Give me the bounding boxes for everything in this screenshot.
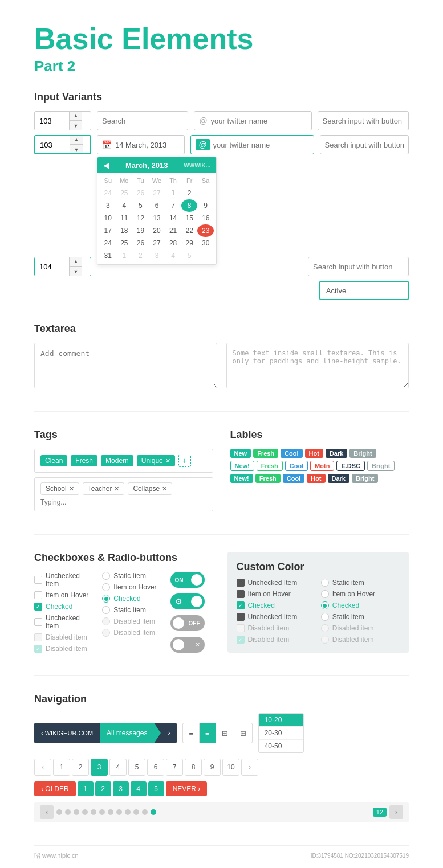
cal-day[interactable]: 17 [100,224,116,237]
page-9[interactable]: 9 [204,759,221,776]
cal-day[interactable] [197,187,214,199]
cal-day[interactable]: 4 [116,199,133,212]
twitter-input[interactable] [211,117,307,125]
spinner-1-input[interactable] [35,111,69,130]
cal-day[interactable]: 24 [100,237,116,249]
cc-checked[interactable]: ✓ [237,601,245,609]
toggle-off[interactable]: OFF [170,615,205,631]
cal-day[interactable]: 18 [116,224,133,237]
cal-day[interactable]: 20 [149,224,165,237]
spinner-1-down[interactable]: ▼ [70,121,82,130]
dot-7[interactable] [108,809,113,815]
spinner-3-down[interactable]: ▼ [70,267,82,276]
cal-day[interactable]: 24 [100,187,116,199]
cal-prev[interactable]: ◀ [103,161,109,170]
spinner-2-down[interactable]: ▼ [70,145,83,154]
active-input[interactable] [319,281,409,300]
cal-day[interactable]: 1 [116,249,133,262]
toggle-off-x[interactable] [170,637,205,653]
cal-day[interactable]: 10 [100,212,116,224]
tag-item[interactable]: Fresh [71,455,97,466]
cc-radio-hover[interactable] [321,590,329,598]
tag-item[interactable]: School ✕ [40,482,79,495]
cc-unchecked-2[interactable] [237,613,245,621]
cal-day[interactable]: 31 [100,249,116,262]
cal-day-selected[interactable]: 23 [197,224,214,237]
num-btn-1[interactable]: 1 [78,781,94,796]
spinner-3[interactable]: ▲ ▼ [34,257,91,276]
date-input[interactable]: 📅 14 March, 2013 [97,135,185,154]
cal-day[interactable]: 21 [165,224,181,237]
search-btn-input-3[interactable] [308,257,409,276]
radio-static[interactable] [102,572,110,580]
page-8[interactable]: 8 [185,759,202,776]
icon-nav-grid[interactable]: ≡ [200,723,216,743]
page-6[interactable]: 6 [147,759,164,776]
cal-day[interactable]: 15 [181,212,198,224]
cc-radio-static[interactable] [321,579,329,587]
cb-hover[interactable] [34,591,42,599]
bc-messages[interactable]: All messages [100,723,154,743]
dot-6[interactable] [99,809,105,815]
cal-day[interactable]: 5 [181,249,198,262]
bc-next[interactable]: › [161,723,177,743]
cal-day[interactable]: 30 [197,237,214,249]
spinner-2-up[interactable]: ▲ [70,135,83,145]
cal-day[interactable]: 26 [132,237,149,249]
cal-day[interactable]: 19 [132,224,149,237]
cal-day[interactable]: 13 [149,212,165,224]
textarea-2[interactable]: Some text inside small textarea. This is… [226,343,409,388]
dot-prev[interactable]: ‹ [40,805,54,819]
dot-11[interactable] [142,809,148,815]
cal-day[interactable]: 6 [149,199,165,212]
textarea-1[interactable] [34,343,217,388]
num-btn-2[interactable]: 2 [95,781,111,796]
cc-unchecked[interactable] [237,579,245,587]
cal-day[interactable]: 28 [165,237,181,249]
page-3-active[interactable]: 3 [91,759,108,776]
num-btn-5[interactable]: 5 [148,781,164,796]
dot-1[interactable] [56,809,62,815]
dot-next[interactable]: › [389,805,403,819]
older-button[interactable]: ‹ OLDER [34,781,76,796]
radio-static-2[interactable] [102,606,110,614]
tag-remove[interactable]: ✕ [69,485,74,493]
tag-item[interactable]: Teacher ✕ [83,482,125,495]
cb-checked[interactable]: ✓ [34,603,42,611]
cal-day[interactable]: 3 [100,199,116,212]
icon-nav-list[interactable]: ≡ [183,723,200,743]
bc-home[interactable]: ‹ WIKIGEUR.COM [34,723,100,743]
dot-12-active[interactable] [151,809,156,815]
toggle-on[interactable]: ON [170,572,205,588]
cal-day[interactable]: 16 [197,212,214,224]
radio-checked[interactable] [102,595,110,603]
page-2[interactable]: 2 [72,759,89,776]
cal-day[interactable]: 12 [132,212,149,224]
cal-day[interactable]: 9 [197,199,214,212]
page-4[interactable]: 4 [109,759,127,776]
cal-day[interactable]: 2 [132,249,149,262]
cal-day[interactable]: 27 [149,187,165,199]
cal-day[interactable]: 22 [181,224,198,237]
cal-day[interactable]: 27 [149,237,165,249]
tag-item[interactable]: Modern [101,455,133,466]
num-btn-3[interactable]: 3 [113,781,129,796]
num-btn-4[interactable]: 4 [131,781,147,796]
cal-day[interactable]: 25 [116,187,133,199]
cc-radio-checked[interactable] [321,601,329,609]
dropdown-item-1[interactable]: 10-20 [259,714,303,727]
cb-unchecked[interactable] [34,576,42,584]
dot-2[interactable] [65,809,71,815]
cc-hover[interactable] [237,590,245,598]
spinner-3-up[interactable]: ▲ [70,257,82,267]
spinner-1[interactable]: ▲ ▼ [34,111,91,130]
search-input[interactable] [97,112,188,130]
spinner-3-input[interactable] [35,257,69,276]
tag-item-removable[interactable]: Unique ✕ [137,455,175,466]
cal-day[interactable]: 26 [132,187,149,199]
dot-8[interactable] [116,809,122,815]
tag-add-button[interactable]: + [178,455,191,467]
toggle-img[interactable] [170,593,205,609]
tag-item[interactable]: Collapse ✕ [128,482,172,495]
never-button[interactable]: NEVER › [166,781,208,796]
